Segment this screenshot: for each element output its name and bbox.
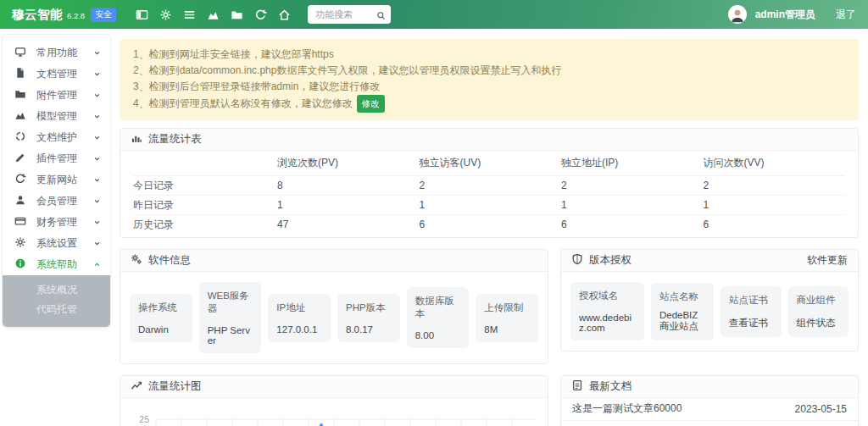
line-chart-icon [131,379,142,394]
refresh-icon[interactable] [248,4,272,25]
sidebar-subitem-system-overview[interactable]: 系统概况 [3,280,110,300]
alert-line: 4、检测到管理员默认名称没有修改，建议您修改修改 [133,95,845,113]
sidebar-item-label: 附件管理 [36,88,77,102]
brand-logo[interactable]: 穆云智能 6.2.8 安全 [12,7,116,23]
card-value: PHP Server [208,325,253,346]
license-panel: 版本授权 软件更新 授权域名 www.dedebiz.com 站点名称 Dede… [560,249,859,351]
sidebar-item-label: 文档管理 [36,67,77,81]
chart-icon[interactable] [201,4,225,25]
folder-icon[interactable] [225,4,248,25]
list-item: 这是一篇测试文章60000 2023-05-15 [561,398,858,420]
logout-link[interactable]: 退了 [836,8,856,22]
list-item: 这是一篇测试文章59999 2023-05-15 [561,420,858,426]
component-status-link[interactable]: 组件状态 [797,317,841,329]
card-value: 8.0.17 [346,324,392,335]
sidebar-item-doc-maintenance[interactable]: 文档维护 [3,127,110,148]
sidebar-item-attachments[interactable]: 附件管理 [3,85,110,106]
folder-icon [14,88,26,102]
info-row: 软件信息 操作系统 Darwin WEB服务器 PHP Server IP地址 … [120,249,859,364]
sidebar-item-label: 文档维护 [36,130,77,145]
view-certificate-link[interactable]: 查看证书 [729,317,773,329]
card-label: IP地址 [276,302,322,314]
sidebar-item-finance[interactable]: 财务管理 [3,212,110,233]
info-card-upload: 上传限制 8M [476,294,538,342]
gear-icon [14,236,26,251]
col-pv: 浏览次数(PV) [277,156,420,170]
sidebar-item-settings[interactable]: 系统设置 [3,233,110,254]
card-value: 127.0.0.1 [276,324,322,335]
card-value: www.dedebiz.com [579,313,636,333]
chevron-down-icon [92,239,102,248]
gears-icon [131,253,142,268]
cell-value: 6 [420,219,562,230]
home-icon[interactable] [272,4,296,25]
chevron-down-icon [92,154,102,163]
latest-docs-header: 最新文档 [561,376,858,398]
chevron-down-icon [92,196,102,206]
license-card-components: 商业组件 组件状态 [788,286,849,337]
col-vv: 访问次数(VV) [704,156,846,170]
sidebar-item-label: 会员管理 [36,194,77,208]
chevron-down-icon [92,218,102,227]
admin-dashboard: 穆云智能 6.2.8 安全 admin管理员 退了 常用功能 [0,0,868,426]
cell-value: 1 [704,199,846,211]
card-value: Darwin [138,324,184,335]
cell-value: 47 [277,219,420,230]
traffic-chart: 25 20 [120,398,548,426]
bar-chart-icon [131,132,142,147]
traffic-chart-panel: 流量统计图 [120,375,548,426]
alert-line: 1、检测到网址非安全链接，建议您部署https [133,47,845,63]
software-info-cards: 操作系统 Darwin WEB服务器 PHP Server IP地址 127.0… [120,272,548,363]
sidebar-subitem-code-hosting[interactable]: 代码托管 [3,300,110,319]
panel-title: 软件信息 [148,253,191,268]
software-info-header: 软件信息 [120,250,548,272]
shield-icon [571,253,583,268]
sidebar-item-members[interactable]: 会员管理 [3,191,110,212]
sidebar-item-label: 常用功能 [36,46,77,60]
pen-icon [14,152,26,166]
search-icon[interactable] [376,8,386,24]
search-box [308,5,391,24]
data-point-marker [320,423,324,426]
sidebar-item-system-help[interactable]: 系统帮助 [3,254,110,275]
info-card-os: 操作系统 Darwin [130,294,192,342]
user-name[interactable]: admin管理员 [755,8,815,22]
cell-value: 1 [561,199,704,211]
cell-value: 2 [704,180,846,191]
sidebar-item-label: 财务管理 [36,215,77,230]
card-value: 8.00 [415,330,461,340]
avatar[interactable] [728,5,747,24]
document-icon [571,379,583,394]
card-value: DedeBIZ商业站点 [659,310,705,333]
card-label: PHP版本 [346,302,392,314]
sidebar-item-update-site[interactable]: 更新网站 [3,169,110,191]
sidebar-item-plugins[interactable]: 插件管理 [3,148,110,169]
topbar-icon-nav [130,4,296,25]
sidebar-item-label: 更新网站 [36,173,77,187]
sidebar-item-documents[interactable]: 文档管理 [3,64,110,85]
traffic-line-chart-svg: 25 20 [133,405,537,426]
topbar-user-area: admin管理员 退了 [728,5,856,24]
security-alert: 1、检测到网址非安全链接，建议您部署https 2、检测到data/common… [120,39,859,120]
table-header-row: 浏览次数(PV) 独立访客(UV) 独立地址(IP) 访问次数(VV) [133,151,845,175]
traffic-table-header: 流量统计表 [120,129,858,151]
software-info-panel: 软件信息 操作系统 Darwin WEB服务器 PHP Server IP地址 … [120,249,548,364]
brand-name: 穆云智能 [12,7,63,23]
modify-button[interactable]: 修改 [357,95,385,113]
sidebar-item-common[interactable]: 常用功能 [3,42,110,64]
gear-icon[interactable] [153,4,177,25]
chevron-down-icon [92,175,102,185]
menu-icon[interactable] [177,4,201,25]
traffic-chart-header: 流量统计图 [120,376,548,398]
chart-icon [14,109,26,124]
doc-title-link[interactable]: 这是一篇测试文章60000 [572,401,682,416]
panel-icon[interactable] [130,4,153,25]
card-label: 站点证书 [729,294,773,307]
license-card-domain: 授权域名 www.dedebiz.com [570,282,644,340]
software-update-link[interactable]: 软件更新 [807,253,848,268]
license-card-certificate: 站点证书 查看证书 [721,286,782,337]
table-row: 历史记录 47 6 6 6 [133,214,845,234]
main-content: 1、检测到网址非安全链接，建议您部署https 2、检测到data/common… [120,29,859,426]
sidebar-item-models[interactable]: 模型管理 [3,106,110,127]
panel-title: 流量统计图 [148,379,202,394]
